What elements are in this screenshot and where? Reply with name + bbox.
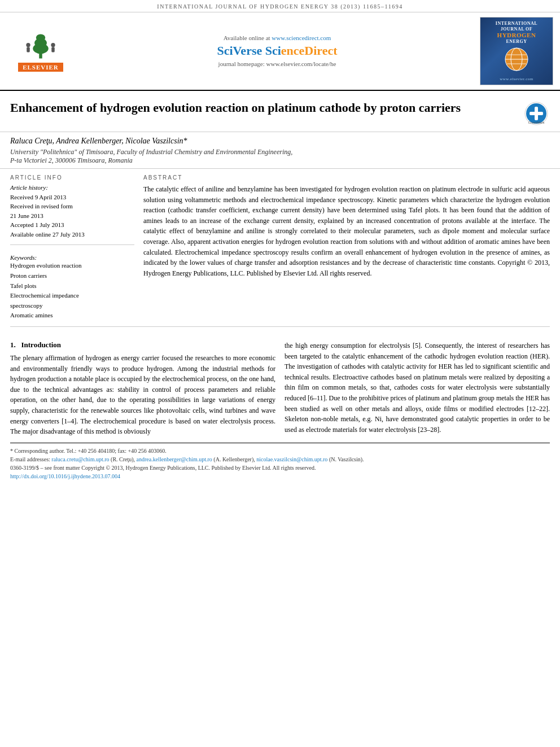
intro-left-body-text: The plenary affirmation of hydrogen as e… (10, 353, 275, 437)
keyword-3: Tafel plots (10, 281, 134, 291)
authors-section: Raluca Creţu, Andrea Kellenberger, Nicol… (0, 132, 560, 169)
email-2-link[interactable]: andrea.kellenberger@chim.upt.ro (137, 456, 212, 462)
author-2: (A. Kellenberger), (213, 456, 255, 462)
affiliation-line2: P-ta Victoriei 2, 300006 Timisoara, Roma… (10, 156, 550, 165)
keyword-5: spectroscopy (10, 301, 134, 311)
svg-rect-18 (535, 107, 538, 120)
email-3-link[interactable]: nicolae.vaszilcsin@chim.upt.ro (256, 456, 327, 462)
history-available: Available online 27 July 2013 (10, 230, 134, 239)
svg-point-4 (36, 34, 46, 41)
article-history: Article history: Received 9 April 2013 R… (10, 184, 134, 246)
sciverse-sci: SciVerse Sci (217, 43, 281, 58)
doi-line: http://dx.doi.org/10.1016/j.ijhydene.201… (10, 472, 550, 480)
elsevier-label: ELSEVIER (18, 63, 63, 72)
svg-point-7 (51, 43, 55, 47)
email-addresses: E-mail addresses: raluca.cretu@chim.upt.… (10, 455, 550, 464)
sciverse-direct: enceDirect (281, 43, 338, 58)
history-received: Received 9 April 2013 (10, 193, 134, 202)
history-received-revised: Received in revised form (10, 202, 134, 211)
abstract-text: The catalytic effect of aniline and benz… (143, 184, 550, 278)
sciencedirect-link[interactable]: www.sciencedirect.com (272, 34, 331, 41)
svg-rect-8 (51, 47, 55, 52)
affiliation-line1: University "Politehnica" of Timisoara, F… (10, 148, 550, 156)
introduction-section: 1. Introduction The plenary affirmation … (0, 333, 560, 437)
keyword-6: Aromatic amines (10, 311, 134, 321)
author-1: (R. Creţu), (111, 456, 135, 462)
article-title-section: Enhancement of hydrogen evolution reacti… (0, 91, 560, 132)
intro-right-col: the high energy consumption for electrol… (285, 340, 550, 437)
keywords-section: Keywords: Hydrogen evolution reaction Pr… (10, 251, 134, 321)
authors-line: Raluca Creţu, Andrea Kellenberger, Nicol… (10, 137, 550, 146)
keyword-2: Proton carriers (10, 271, 134, 281)
history-accepted: Accepted 1 July 2013 (10, 220, 134, 230)
footer-notes: * Corresponding author. Tel.: +40 256 40… (10, 443, 550, 480)
history-revised-date: 21 June 2013 (10, 211, 134, 221)
article-title: Enhancement of hydrogen evolution reacti… (10, 100, 514, 116)
email-label: E-mail addresses: (10, 456, 50, 462)
keyword-4: Electrochemical impedance (10, 291, 134, 301)
article-info-col: ARTICLE INFO Article history: Received 9… (10, 174, 134, 321)
crossmark-icon: CrossMark (524, 101, 549, 126)
elsevier-tree-icon (18, 30, 63, 62)
svg-rect-6 (27, 47, 30, 52)
elsevier-logo-area: ELSEVIER (7, 17, 75, 85)
email-1-link[interactable]: raluca.cretu@chim.upt.ro (51, 456, 109, 462)
journal-cover-inner: International Journal of HYDROGEN ENERGY… (492, 18, 541, 85)
section-title-text: Introduction (21, 340, 62, 349)
author-3: (N. Vaszilcsin). (329, 456, 364, 462)
header-section: ELSEVIER Available online at www.science… (0, 12, 560, 91)
issn-line: 0360-3199/$ – see front matter Copyright… (10, 464, 550, 472)
section-title: 1. Introduction (10, 340, 275, 350)
svg-text:CrossMark: CrossMark (528, 121, 545, 124)
journal-title-bar: INTERNATIONAL JOURNAL OF HYDROGEN ENERGY… (157, 3, 403, 10)
keyword-1: Hydrogen evolution reaction (10, 261, 134, 271)
sciverse-brand: SciVerse ScienceDirect (217, 43, 337, 58)
journal-cover-title-line1: International Journal of HYDROGEN ENERGY (496, 21, 537, 45)
available-online-text: Available online at www.sciencedirect.co… (224, 34, 331, 41)
journal-cover: International Journal of HYDROGEN ENERGY… (480, 17, 553, 85)
journal-cover-globe-icon (504, 47, 530, 72)
history-label: Article history: (10, 184, 134, 191)
corresponding-author: * Corresponding author. Tel.: +40 256 40… (10, 447, 550, 455)
article-info-abstract-section: ARTICLE INFO Article history: Received 9… (0, 169, 560, 321)
journal-bar: INTERNATIONAL JOURNAL OF HYDROGEN ENERGY… (0, 0, 560, 12)
header-center: Available online at www.sciencedirect.co… (80, 17, 474, 85)
intro-left-col: 1. Introduction The plenary affirmation … (10, 340, 275, 437)
page-wrapper: INTERNATIONAL JOURNAL OF HYDROGEN ENERGY… (0, 0, 560, 480)
svg-point-5 (26, 43, 30, 47)
article-info-heading: ARTICLE INFO (10, 174, 134, 181)
section-divider (10, 326, 550, 327)
elsevier-logo: ELSEVIER (18, 30, 63, 72)
abstract-col: ABSTRACT The catalytic effect of aniline… (143, 174, 550, 321)
doi-link[interactable]: http://dx.doi.org/10.1016/j.ijhydene.201… (10, 473, 120, 479)
journal-homepage: journal homepage: www.elsevier.com/locat… (218, 60, 336, 67)
abstract-heading: ABSTRACT (143, 174, 550, 181)
keywords-label: Keywords: (10, 254, 134, 261)
crossmark-badge[interactable]: CrossMark (523, 100, 550, 127)
section-number: 1. (10, 340, 16, 349)
journal-cover-small-text: www.elsevier.com (496, 77, 537, 81)
intro-right-body-text: the high energy consumption for electrol… (285, 340, 550, 435)
